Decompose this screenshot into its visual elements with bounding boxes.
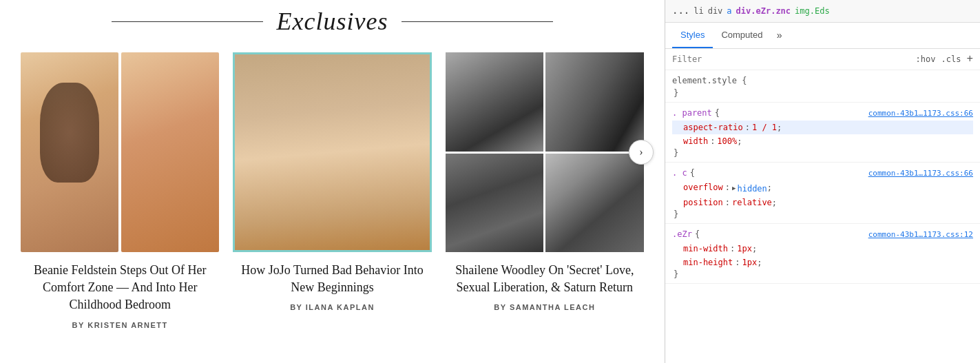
prop-value-aspect-ratio: 1 / 1: [752, 121, 777, 134]
rule-selector-ezr: .eZr: [672, 229, 692, 239]
prop-name-min-height: min-height: [683, 256, 733, 269]
article-2-photo: [233, 52, 431, 252]
article-1-image-left: [21, 52, 118, 252]
rule-header-parent: . parent { common-43b1…1173.css:66: [672, 108, 973, 118]
article-title-1: Beanie Feldstein Steps Out Of Her Comfor…: [21, 262, 219, 314]
css-rule-ezr: .eZr { common-43b1…1173.css:12 min-width…: [665, 224, 980, 284]
prop-name-min-width: min-width: [683, 242, 728, 255]
css-rule-c: . ​c { common-43b1…1173.css:66 overflow …: [665, 163, 980, 224]
section-title-line-left: [112, 21, 263, 22]
rule-property-min-width: min-width : 1px ;: [672, 242, 973, 256]
article-image-1: [21, 52, 219, 252]
rule-brace-open-ezr: {: [695, 229, 700, 239]
prop-semi-5: ;: [752, 242, 757, 255]
devtools-filter-bar: :hov .cls +: [665, 49, 980, 70]
css-rule-element-style: element.style { }: [665, 70, 980, 103]
article-author-2: BY ILANA KAPLAN: [290, 303, 375, 311]
content-area: Exclusives Beanie Feldstein Steps Out Of…: [0, 0, 665, 363]
tab-computed[interactable]: Computed: [713, 23, 771, 48]
rule-brace-open-parent: {: [715, 108, 720, 118]
filter-plus-button[interactable]: +: [966, 53, 973, 65]
prop-value-overflow: hidden: [732, 183, 767, 195]
article-3-photo-4: [545, 154, 644, 253]
rule-property-min-height: min-height : 1px ;: [672, 256, 973, 269]
article-1-photo-right: [121, 52, 219, 252]
devtools-tabs: Styles Computed »: [665, 23, 980, 49]
devtools-panel: ... li div a div.eZr.znc img.Eds Styles …: [665, 0, 980, 363]
css-rule-parent: . parent { common-43b1…1173.css:66 aspec…: [665, 103, 980, 163]
article-author-3: BY SAMANTHA LEACH: [494, 303, 595, 311]
next-arrow-button[interactable]: ›: [629, 140, 654, 165]
section-title: Exclusives: [263, 7, 402, 36]
filter-cls-button[interactable]: .cls: [941, 54, 961, 64]
section-title-line-right: [402, 21, 553, 22]
rule-source-c[interactable]: common-43b1…1173.css:66: [868, 169, 973, 178]
breadcrumb-div[interactable]: div: [708, 6, 723, 16]
rule-property-width: width : 100% ;: [672, 134, 973, 148]
article-3-photo-3: [446, 154, 544, 253]
rule-selector-c: . ​c: [672, 168, 687, 178]
article-1-image-right: [121, 52, 219, 252]
breadcrumb-div-ezr[interactable]: div.eZr.znc: [736, 6, 791, 16]
article-image-2: [233, 52, 431, 252]
breadcrumb-li[interactable]: li: [694, 6, 703, 16]
rule-close-c: }: [672, 209, 973, 219]
rule-property-overflow: overflow : hidden ;: [672, 180, 973, 196]
article-3-photo-grid: [446, 52, 644, 252]
breadcrumb-a[interactable]: a: [727, 6, 731, 16]
breadcrumb-ellipsis: ...: [672, 6, 689, 17]
prop-colon-6: :: [735, 256, 740, 269]
breadcrumb-img-eds[interactable]: img.Eds: [795, 6, 830, 16]
prop-colon-1: :: [745, 121, 750, 134]
article-card-3[interactable]: › Shailene Woodley On 'Secret' Love, Sex…: [446, 52, 644, 329]
filter-input[interactable]: [672, 54, 910, 64]
article-author-1: BY KRISTEN ARNETT: [72, 321, 168, 329]
article-2-photo-inner: [235, 54, 429, 250]
prop-name-position: position: [683, 196, 723, 209]
rule-brace-open-c: {: [690, 168, 695, 178]
article-3-photo-2: [545, 52, 644, 152]
article-image-3: ›: [446, 52, 644, 252]
prop-colon-5: :: [730, 242, 735, 255]
rule-header-c: . ​c { common-43b1…1173.css:66: [672, 168, 973, 178]
prop-name-width: width: [683, 135, 708, 147]
prop-semi-4: ;: [772, 196, 777, 209]
article-card-1[interactable]: Beanie Feldstein Steps Out Of Her Comfor…: [21, 52, 219, 329]
article-3-photo-1: [446, 52, 544, 152]
article-title-3: Shailene Woodley On 'Secret' Love, Sexua…: [446, 262, 644, 296]
tab-more[interactable]: »: [771, 23, 787, 48]
prop-colon-4: :: [725, 196, 730, 209]
prop-value-position: relative: [732, 196, 772, 209]
rule-close-parent: }: [672, 148, 973, 158]
section-title-wrapper: Exclusives: [14, 0, 651, 36]
devtools-breadcrumb: ... li div a div.eZr.znc img.Eds: [665, 0, 980, 23]
prop-semi-2: ;: [737, 135, 742, 147]
article-title-2: How JoJo Turned Bad Behavior Into New Be…: [233, 262, 431, 296]
rule-source-ezr[interactable]: common-43b1…1173.css:12: [868, 230, 973, 239]
prop-semi-3: ;: [767, 181, 772, 194]
tab-styles[interactable]: Styles: [672, 23, 713, 48]
prop-value-width: 100%: [717, 135, 737, 147]
prop-semi-6: ;: [757, 256, 762, 269]
element-style-selector: element.style {: [672, 76, 747, 85]
rule-property-aspect-ratio: aspect-ratio : 1 / 1 ;: [672, 121, 973, 134]
prop-colon-3: :: [725, 181, 730, 194]
prop-name-aspect-ratio: aspect-ratio: [683, 121, 743, 134]
rule-close-ezr: }: [672, 269, 973, 279]
prop-colon-2: :: [710, 135, 715, 147]
element-style-close: }: [672, 88, 973, 98]
filter-hov-button[interactable]: :hov: [916, 54, 936, 64]
devtools-rules: element.style { } . parent { common-43b1…: [665, 70, 980, 363]
rule-property-position: position : relative ;: [672, 196, 973, 209]
prop-value-min-height: 1px: [742, 256, 757, 269]
prop-semi-1: ;: [777, 121, 782, 134]
articles-grid: Beanie Feldstein Steps Out Of Her Comfor…: [14, 52, 651, 329]
rule-source-parent[interactable]: common-43b1…1173.css:66: [868, 109, 973, 118]
prop-value-min-width: 1px: [737, 242, 752, 255]
prop-name-overflow: overflow: [683, 181, 723, 194]
article-1-photo-left: [21, 52, 118, 252]
article-card-2[interactable]: How JoJo Turned Bad Behavior Into New Be…: [233, 52, 431, 329]
rule-header-ezr: .eZr { common-43b1…1173.css:12: [672, 229, 973, 239]
rule-selector-parent: . parent: [672, 108, 712, 118]
